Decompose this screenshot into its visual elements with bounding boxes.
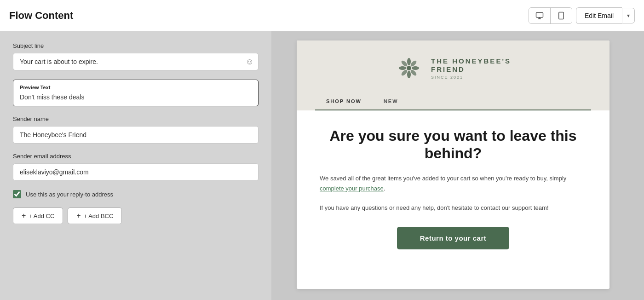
desktop-view-button[interactable] bbox=[529, 8, 551, 23]
email-body: Are you sure you want to leave this behi… bbox=[297, 110, 610, 266]
sender-name-input[interactable] bbox=[13, 126, 259, 144]
right-panel: THE HONEYBEE'S FRIEND SINCE 2021 SHOP NO… bbox=[271, 31, 644, 300]
svg-point-13 bbox=[410, 69, 418, 77]
page-header: Flow Content Edit Email ▾ bbox=[0, 0, 644, 31]
email-nav: SHOP NOW NEW bbox=[315, 93, 591, 110]
view-toggle bbox=[529, 7, 572, 24]
svg-point-12 bbox=[401, 69, 408, 77]
main-content: Subject line ☺ Preview Text Sender name … bbox=[0, 31, 644, 300]
header-actions: Edit Email ▾ bbox=[529, 7, 635, 24]
brand-name-line2: FRIEND bbox=[431, 65, 465, 74]
email-support-text: If you have any questions or need any he… bbox=[320, 203, 586, 213]
mobile-view-button[interactable] bbox=[551, 8, 572, 23]
email-header-area: THE HONEYBEE'S FRIEND SINCE 2021 SHOP NO… bbox=[297, 40, 610, 110]
reply-to-label: Use this as your reply-to address bbox=[26, 191, 113, 198]
brand-name-line1: THE HONEYBEE'S bbox=[431, 57, 511, 65]
sender-email-label: Sender email address bbox=[13, 153, 259, 160]
emoji-button[interactable]: ☺ bbox=[246, 57, 254, 67]
edit-email-dropdown-button[interactable]: ▾ bbox=[622, 8, 635, 23]
preview-text-group: Preview Text bbox=[13, 80, 259, 106]
sender-name-group: Sender name bbox=[13, 115, 259, 144]
svg-point-10 bbox=[401, 60, 408, 68]
add-cc-button[interactable]: + + Add CC bbox=[13, 208, 63, 224]
brand-flower-icon bbox=[395, 54, 423, 82]
email-body-text-1-end: . bbox=[384, 185, 385, 192]
return-btn-wrapper: Return to your cart bbox=[320, 227, 586, 249]
svg-point-9 bbox=[412, 66, 419, 70]
cc-bcc-row: + + Add CC + + Add BCC bbox=[13, 208, 259, 224]
preview-text-input[interactable] bbox=[20, 93, 252, 101]
email-preview: THE HONEYBEE'S FRIEND SINCE 2021 SHOP NO… bbox=[297, 40, 610, 289]
add-bcc-button[interactable]: + + Add BCC bbox=[68, 208, 122, 224]
email-nav-shop-now[interactable]: SHOP NOW bbox=[315, 93, 373, 110]
brand-logo-area: THE HONEYBEE'S FRIEND SINCE 2021 bbox=[395, 54, 511, 82]
svg-point-11 bbox=[410, 60, 418, 68]
plus-icon-2: + bbox=[76, 212, 80, 219]
reply-to-checkbox[interactable] bbox=[13, 190, 21, 198]
subject-line-group: Subject line ☺ bbox=[13, 42, 259, 70]
svg-point-8 bbox=[399, 66, 406, 70]
brand-text: THE HONEYBEE'S FRIEND SINCE 2021 bbox=[431, 57, 511, 80]
email-body-text-1: We saved all of the great items you've a… bbox=[320, 175, 566, 182]
plus-icon: + bbox=[22, 212, 26, 219]
edit-email-button[interactable]: Edit Email bbox=[576, 7, 622, 24]
svg-point-7 bbox=[407, 71, 411, 78]
page-title: Flow Content bbox=[9, 10, 73, 22]
left-panel: Subject line ☺ Preview Text Sender name … bbox=[0, 31, 271, 300]
add-cc-label: + Add CC bbox=[29, 213, 54, 219]
brand-since: SINCE 2021 bbox=[431, 75, 463, 80]
subject-input-wrapper: ☺ bbox=[13, 53, 259, 70]
svg-point-5 bbox=[407, 66, 411, 70]
email-body-paragraph-1: We saved all of the great items you've a… bbox=[320, 173, 586, 194]
subject-line-label: Subject line bbox=[13, 42, 259, 49]
add-bcc-label: + Add BCC bbox=[84, 213, 114, 219]
return-to-cart-button[interactable]: Return to your cart bbox=[397, 227, 510, 249]
reply-to-row: Use this as your reply-to address bbox=[13, 190, 259, 198]
monitor-icon bbox=[535, 12, 544, 20]
subject-line-input[interactable] bbox=[13, 53, 259, 70]
sender-name-label: Sender name bbox=[13, 115, 259, 122]
sender-email-input[interactable] bbox=[13, 163, 259, 181]
email-nav-new[interactable]: NEW bbox=[373, 93, 409, 110]
svg-point-6 bbox=[407, 58, 411, 65]
sender-email-group: Sender email address bbox=[13, 153, 259, 181]
preview-text-label: Preview Text bbox=[20, 85, 252, 90]
email-complete-purchase-link[interactable]: complete your purchase bbox=[320, 185, 384, 192]
mobile-icon bbox=[557, 12, 565, 20]
email-main-heading: Are you sure you want to leave this behi… bbox=[320, 127, 586, 162]
svg-rect-0 bbox=[536, 12, 543, 17]
